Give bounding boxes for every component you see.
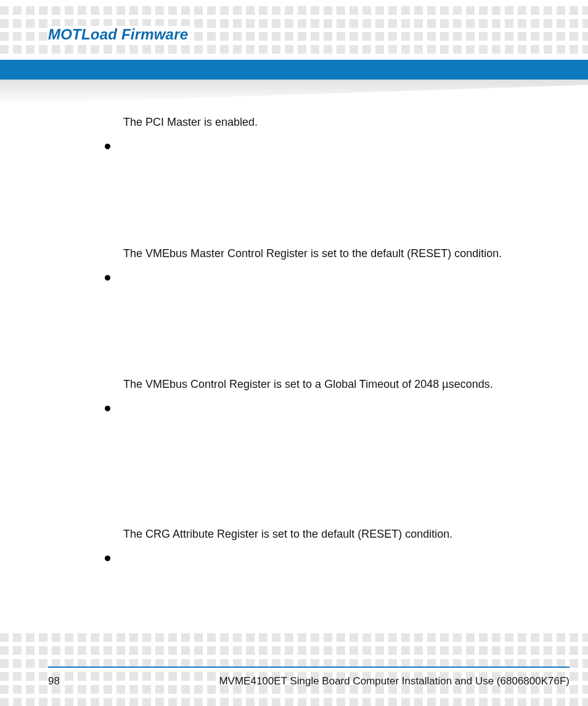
bullet-icon [105, 556, 110, 561]
footer-rule [48, 667, 570, 668]
bullet-icon [105, 275, 110, 281]
list-item: The VMEbus Master Control Register is se… [123, 246, 551, 261]
header-blue-bar [0, 60, 588, 80]
list-item: The VMEbus Control Register is set to a … [123, 377, 551, 392]
doc-title: MVME4100ET Single Board Computer Install… [219, 675, 570, 688]
page-number: 98 [48, 675, 60, 688]
body-content: The PCI Master is enabled. The VMEbus Ma… [123, 115, 551, 565]
bullet-icon [105, 406, 110, 411]
section-title: MOTLoad Firmware [48, 26, 193, 43]
bullet-icon [105, 144, 110, 149]
footer-square-grid [0, 633, 588, 706]
header-shadow-wedge [0, 80, 588, 104]
list-item: The PCI Master is enabled. [123, 115, 551, 129]
footer: 98 MVME4100ET Single Board Computer Inst… [48, 675, 570, 688]
list-item: The CRG Attribute Register is set to the… [123, 527, 551, 541]
